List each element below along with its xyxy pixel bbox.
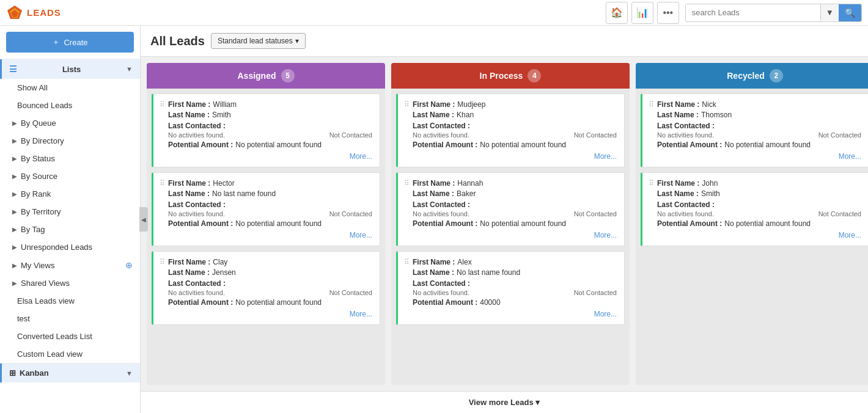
activities-text: No activities found. [413,210,469,217]
card-more-link[interactable]: More... [161,309,372,318]
card-potential-row: Potential Amount : No potential amount f… [405,141,617,149]
sidebar-item-by-source[interactable]: ▶By Source [0,167,140,185]
nav-icons: 🏠 📊 ••• [606,2,679,24]
status-filter-button[interactable]: Standard lead statuses ▾ [211,33,306,49]
card-potential-row: Potential Amount : No potential amount f… [161,219,372,228]
search-input[interactable] [686,4,820,21]
search-button[interactable]: 🔍 [839,4,861,21]
status-text: Not Contacted [574,210,617,217]
sidebar-item-unresponded-leads[interactable]: ▶Unresponded Leads [0,238,140,256]
lastcontacted-label: Last Contacted : [413,200,470,209]
firstname-value: Mudjeep [457,100,485,109]
sidebar-item-by-queue[interactable]: ▶By Queue [0,114,140,132]
firstname-value: Clay [213,258,227,266]
logo[interactable]: LEADS [6,4,61,21]
sidebar-item-elsa-leads-view[interactable]: Elsa Leads view [0,292,140,310]
sidebar-item-by-rank[interactable]: ▶By Rank [0,185,140,203]
card-more-link[interactable]: More... [405,230,617,239]
lastname-value: Thomson [701,111,732,119]
kanban-icon: ⊞ [9,368,16,378]
more-link[interactable]: More... [350,231,372,239]
lead-card-clay[interactable]: ⠿ First Name : Clay Last Name : Jensen L… [152,251,380,325]
charts-button[interactable]: 📊 [631,2,653,24]
create-button[interactable]: ＋ Create [6,32,134,53]
lead-card-hannah[interactable]: ⠿ First Name : Hannah Last Name : Baker … [396,172,625,246]
search-dropdown-button[interactable]: ▼ [820,4,839,21]
sidebar-item-by-tag[interactable]: ▶By Tag [0,221,140,238]
more-link[interactable]: More... [594,231,617,239]
firstname-value: Alex [457,258,471,266]
firstname-label: First Name : [657,179,699,188]
card-more-link[interactable]: More... [161,152,372,161]
lead-card-alex[interactable]: ⠿ First Name : Alex Last Name : No last … [396,251,625,325]
firstname-label: First Name : [657,100,699,109]
card-more-link[interactable]: More... [650,230,861,239]
card-more-link[interactable]: More... [405,309,617,318]
lastname-label: Last Name : [168,111,210,119]
assigned-col-header: Assigned 5 [147,63,385,89]
sidebar-collapse-tab[interactable]: ◀ [139,207,148,232]
lastname-label: Last Name : [413,189,454,198]
my-views-plus-icon[interactable]: ⊕ [125,260,133,270]
lead-card-nick[interactable]: ⠿ First Name : Nick Last Name : Thomson … [641,93,868,167]
more-link[interactable]: More... [594,310,617,318]
card-lastname-row: Last Name : Baker [405,189,617,198]
lists-label: Lists [62,65,81,74]
home-button[interactable]: 🏠 [606,2,628,24]
card-more-link[interactable]: More... [405,152,617,161]
card-lastname-row: Last Name : No last name found [405,268,617,277]
sidebar-item-test[interactable]: test [0,310,140,327]
sidebar-item-by-territory[interactable]: ▶By Territory [0,203,140,221]
drag-handle-icon: ⠿ [404,258,410,266]
sidebar-item-custom-lead-view[interactable]: Custom Lead view [0,345,140,363]
potential-value: No potential amount found [235,219,322,228]
more-link[interactable]: More... [594,152,617,161]
lastcontacted-label: Last Contacted : [657,122,715,130]
card-firstname-row: First Name : William [161,100,372,109]
card-more-link[interactable]: More... [161,230,372,239]
more-link[interactable]: More... [839,152,861,161]
drag-handle-icon: ⠿ [649,100,654,109]
sidebar-item-my-views[interactable]: ▶My Views ⊕ [0,256,140,274]
kanban-header[interactable]: ⊞ Kanban ▼ [0,364,140,382]
lists-chevron: ▼ [126,65,133,73]
lastcontacted-label: Last Contacted : [168,122,226,130]
card-activities-row: No activities found. Not Contacted [650,210,861,217]
lead-card-william[interactable]: ⠿ First Name : William Last Name : Smith… [152,93,380,167]
sidebar-item-converted-leads-list[interactable]: Converted Leads List [0,327,140,345]
card-lastname-row: Last Name : Thomson [650,111,861,119]
lead-card-john[interactable]: ⠿ First Name : John Last Name : Smith La… [641,172,868,246]
chevron-icon: ▶ [12,191,17,197]
card-activities-row: No activities found. Not Contacted [161,210,372,217]
firstname-value: William [213,100,237,109]
card-firstname-row: First Name : Nick [650,100,861,109]
card-activities-row: No activities found. Not Contacted [161,289,372,296]
card-firstname-row: First Name : John [650,179,861,188]
activities-text: No activities found. [657,131,714,139]
more-link[interactable]: More... [350,310,372,318]
firstname-label: First Name : [413,100,455,109]
lastname-label: Last Name : [413,111,454,119]
firstname-label: First Name : [413,179,455,188]
sidebar-item-shared-views[interactable]: ▶Shared Views [0,274,140,292]
activities-text: No activities found. [413,131,469,139]
potential-label: Potential Amount : [413,219,477,228]
more-link[interactable]: More... [350,152,372,161]
sidebar-item-show-all[interactable]: Show All [0,79,140,97]
lead-card-hector[interactable]: ⠿ First Name : Hector Last Name : No las… [152,172,380,246]
lead-card-mudjeep[interactable]: ⠿ First Name : Mudjeep Last Name : Khan … [396,93,625,167]
view-more-leads-bar[interactable]: View more Leads ▾ [141,391,868,413]
card-potential-row: Potential Amount : No potential amount f… [650,219,861,228]
recycled-count: 2 [770,69,783,82]
card-firstname-row: First Name : Hannah [405,179,617,188]
more-button[interactable]: ••• [657,2,679,24]
sidebar-item-bounced-leads[interactable]: Bounced Leads [0,97,140,114]
lists-header[interactable]: ☰ Lists ▼ [0,59,140,79]
sidebar-item-by-status[interactable]: ▶By Status [0,150,140,167]
sidebar-item-by-directory[interactable]: ▶By Directory [0,132,140,150]
card-firstname-row: First Name : Mudjeep [405,100,617,109]
status-text: Not Contacted [329,210,372,217]
more-link[interactable]: More... [839,231,861,239]
potential-value: No potential amount found [480,141,566,149]
card-more-link[interactable]: More... [650,152,861,161]
